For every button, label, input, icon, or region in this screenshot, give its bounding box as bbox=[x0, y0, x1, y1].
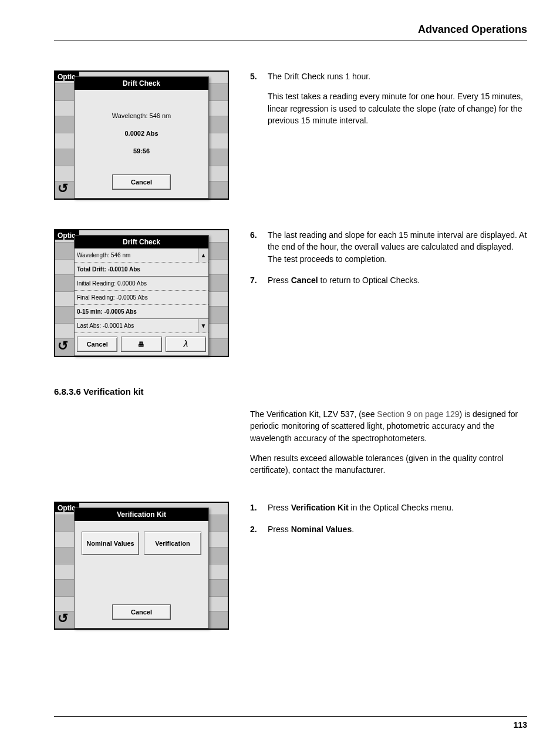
abs-value: 0.0002 Abs bbox=[124, 130, 158, 137]
step-5-line1: The Drift Check runs 1 hour. bbox=[268, 70, 527, 82]
section-heading-verification-kit: 6.8.3.6 Verification kit bbox=[54, 387, 527, 396]
result-list: Wavelength: 546 nm ▲ Total Drift: -0.001… bbox=[75, 248, 208, 334]
header-title: Advanced Operations bbox=[418, 23, 527, 35]
back-arrow-icon[interactable]: ↺ bbox=[58, 338, 68, 354]
result-row-final: Final Reading: -0.0005 Abs bbox=[75, 291, 208, 305]
s2-post: . bbox=[352, 525, 354, 534]
option-buttons: Nominal Values Verification bbox=[78, 526, 205, 561]
step-1-body: Press Verification Kit in the Optical Ch… bbox=[268, 502, 454, 513]
text-col-3: 1. Press Verification Kit in the Optical… bbox=[250, 502, 527, 545]
step-1-num: 1. bbox=[250, 502, 261, 513]
center-readout: Wavelength: 546 nm 0.0002 Abs 59:56 bbox=[78, 95, 205, 174]
back-arrow-icon[interactable]: ↺ bbox=[58, 181, 68, 196]
step-7-post: to return to Optical Checks. bbox=[318, 275, 420, 285]
cancel-button[interactable]: Cancel bbox=[77, 337, 117, 352]
nominal-values-button[interactable]: Nominal Values bbox=[82, 532, 139, 555]
verif-p1: The Verification Kit, LZV 537, (see Sect… bbox=[250, 408, 527, 444]
scroll-down-icon[interactable]: ▼ bbox=[198, 319, 208, 332]
row-verification-intro: The Verification Kit, LZV 537, (see Sect… bbox=[54, 408, 527, 484]
row-drift-run: Optic Drift Check Wavelength: 546 nm 0.0… bbox=[54, 70, 527, 200]
timer-value: 59:56 bbox=[133, 147, 150, 154]
step-list-a: 5. The Drift Check runs 1 hour. This tes… bbox=[250, 70, 527, 135]
dialog-title: Drift Check bbox=[75, 236, 208, 248]
step-7-pre: Press bbox=[268, 275, 291, 285]
cancel-button[interactable]: Cancel bbox=[112, 174, 171, 190]
section-link[interactable]: Section 9 on page 129 bbox=[377, 409, 459, 419]
s1-bold: Verification Kit bbox=[291, 503, 349, 512]
step-5-num: 5. bbox=[250, 70, 261, 135]
step-7-num: 7. bbox=[250, 274, 261, 286]
scroll-up-icon[interactable]: ▲ bbox=[198, 248, 208, 262]
result-row-initial: Initial Reading: 0.0000 Abs bbox=[75, 277, 208, 291]
step-2: 2. Press Nominal Values. bbox=[250, 523, 527, 535]
text-col-2: 6. The last reading and slope for each 1… bbox=[250, 229, 527, 295]
row-drift-results: Optic Drift Check Wavelength: 546 nm ▲ T… bbox=[54, 229, 527, 357]
step-2-body: Press Nominal Values. bbox=[268, 523, 354, 535]
step-7: 7. Press Cancel to return to Optical Che… bbox=[250, 274, 527, 286]
row-text: Wavelength: 546 nm bbox=[77, 252, 130, 258]
result-row-total: Total Drift: -0.0010 Abs bbox=[75, 263, 208, 277]
verification-button[interactable]: Verification bbox=[144, 532, 201, 555]
result-row-015: 0-15 min: -0.0005 Abs bbox=[75, 305, 208, 319]
dialog-content: Wavelength: 546 nm 0.0002 Abs 59:56 Canc… bbox=[75, 90, 208, 198]
screenshot-drift-results: Optic Drift Check Wavelength: 546 nm ▲ T… bbox=[54, 229, 229, 357]
drift-results-dialog: Drift Check Wavelength: 546 nm ▲ Total D… bbox=[74, 235, 209, 356]
row-text: Last Abs: -0.0001 Abs bbox=[77, 322, 134, 329]
cancel-button[interactable]: Cancel bbox=[112, 604, 171, 620]
s1-post: in the Optical Checks menu. bbox=[349, 503, 454, 512]
dialog-title: Verification Kit bbox=[75, 508, 208, 521]
step-7-bold: Cancel bbox=[291, 275, 318, 285]
back-arrow-icon[interactable]: ↺ bbox=[58, 611, 68, 626]
p1-a: The Verification Kit, LZV 537, (see bbox=[250, 409, 377, 419]
verification-dialog: Verification Kit Nominal Values Verifica… bbox=[74, 508, 209, 629]
step-5-line2: This test takes a reading every minute f… bbox=[268, 90, 527, 126]
s1-pre: Press bbox=[268, 503, 291, 512]
page-header: Advanced Operations bbox=[54, 23, 527, 41]
printer-icon: 🖶 bbox=[138, 341, 144, 348]
page-number: 113 bbox=[54, 716, 527, 730]
screenshot-drift-running: Optic Drift Check Wavelength: 546 nm 0.0… bbox=[54, 70, 229, 200]
wavelength-label: Wavelength: 546 nm bbox=[112, 112, 171, 119]
result-row-wavelength: Wavelength: 546 nm ▲ bbox=[75, 248, 208, 263]
text-col-1: 5. The Drift Check runs 1 hour. This tes… bbox=[250, 70, 527, 144]
dialog-content: Nominal Values Verification Cancel bbox=[75, 521, 208, 628]
s2-bold: Nominal Values bbox=[291, 525, 352, 534]
dialog-title: Drift Check bbox=[75, 77, 208, 90]
spacer bbox=[78, 561, 205, 604]
step-list-c: 1. Press Verification Kit in the Optical… bbox=[250, 502, 527, 535]
step-list-b: 6. The last reading and slope for each 1… bbox=[250, 229, 527, 286]
step-2-num: 2. bbox=[250, 523, 261, 535]
step-5: 5. The Drift Check runs 1 hour. This tes… bbox=[250, 70, 527, 135]
lambda-button[interactable]: λ bbox=[166, 337, 206, 352]
step-6: 6. The last reading and slope for each 1… bbox=[250, 229, 527, 265]
screenshot-verification-kit: Optic Verification Kit Nominal Values Ve… bbox=[54, 502, 229, 630]
step-5-body: The Drift Check runs 1 hour. This test t… bbox=[268, 70, 527, 135]
dialog-content: Wavelength: 546 nm ▲ Total Drift: -0.001… bbox=[75, 248, 208, 355]
step-6-num: 6. bbox=[250, 229, 261, 265]
lambda-icon: λ bbox=[183, 339, 188, 350]
step-7-body: Press Cancel to return to Optical Checks… bbox=[268, 274, 420, 286]
s2-pre: Press bbox=[268, 525, 291, 534]
result-row-last: Last Abs: -0.0001 Abs ▼ bbox=[75, 319, 208, 333]
step-6-body: The last reading and slope for each 15 m… bbox=[268, 229, 527, 265]
print-button[interactable]: 🖶 bbox=[121, 337, 161, 352]
button-row: Cancel 🖶 λ bbox=[75, 334, 208, 355]
step-1: 1. Press Verification Kit in the Optical… bbox=[250, 502, 527, 513]
drift-dialog: Drift Check Wavelength: 546 nm 0.0002 Ab… bbox=[74, 76, 209, 199]
verif-p2: When results exceed allowable tolerances… bbox=[250, 452, 527, 476]
verification-intro-text: The Verification Kit, LZV 537, (see Sect… bbox=[250, 408, 527, 484]
row-verification-kit: Optic Verification Kit Nominal Values Ve… bbox=[54, 502, 527, 630]
